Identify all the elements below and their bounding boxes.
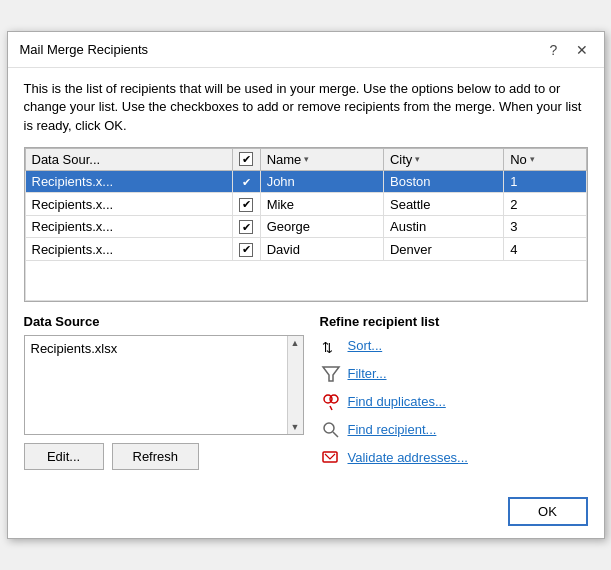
cell-check[interactable]: ✔ (232, 238, 260, 261)
refresh-button[interactable]: Refresh (112, 443, 200, 470)
bottom-section: Data Source Recipients.xlsx ▲ ▼ Edit... … (24, 314, 588, 475)
sort-link[interactable]: Sort... (348, 338, 383, 353)
cell-datasource: Recipients.x... (25, 170, 232, 193)
refine-title: Refine recipient list (320, 314, 588, 329)
svg-rect-7 (323, 452, 337, 462)
edit-button[interactable]: Edit... (24, 443, 104, 470)
cell-datasource: Recipients.x... (25, 215, 232, 238)
svg-line-4 (330, 406, 332, 410)
ok-row: OK (24, 489, 588, 526)
svg-point-3 (330, 395, 338, 403)
no-sort-arrow: ▾ (530, 154, 535, 164)
svg-text:⇅: ⇅ (322, 340, 333, 355)
datasource-item: Recipients.xlsx (29, 340, 299, 357)
title-bar: Mail Merge Recipients ? ✕ (8, 32, 604, 68)
cell-no: 1 (504, 170, 586, 193)
cell-city: Denver (383, 238, 503, 261)
table-body: Recipients.x... ✔ John Boston 1 Recipien… (25, 170, 586, 300)
help-button[interactable]: ? (544, 40, 564, 60)
city-sort-arrow: ▾ (415, 154, 420, 164)
find-duplicates-icon (320, 391, 342, 413)
filter-icon (320, 363, 342, 385)
scroll-up-icon[interactable]: ▲ (291, 338, 300, 348)
svg-marker-1 (323, 367, 339, 381)
datasource-list: Recipients.xlsx ▲ ▼ (24, 335, 304, 435)
table-row[interactable]: Recipients.x... ✔ John Boston 1 (25, 170, 586, 193)
svg-point-5 (324, 423, 334, 433)
find-recipient-link[interactable]: Find recipient... (348, 422, 437, 437)
cell-check[interactable]: ✔ (232, 215, 260, 238)
cell-check[interactable]: ✔ (232, 193, 260, 216)
validate-addresses-item[interactable]: Validate addresses... (320, 447, 588, 469)
data-source-panel: Data Source Recipients.xlsx ▲ ▼ Edit... … (24, 314, 304, 475)
find-duplicates-item[interactable]: Find duplicates... (320, 391, 588, 413)
recipients-table: Data Sour... ✔ Name ▾ (25, 148, 587, 301)
cell-datasource: Recipients.x... (25, 238, 232, 261)
cell-name: George (260, 215, 383, 238)
data-source-title: Data Source (24, 314, 304, 329)
mail-merge-dialog: Mail Merge Recipients ? ✕ This is the li… (7, 31, 605, 539)
sort-icon: ⇅ (320, 335, 342, 357)
table-row[interactable]: Recipients.x... ✔ Mike Seattle 2 (25, 193, 586, 216)
cell-no: 4 (504, 238, 586, 261)
table-row[interactable]: Recipients.x... ✔ David Denver 4 (25, 238, 586, 261)
table-row[interactable]: Recipients.x... ✔ George Austin 3 (25, 215, 586, 238)
sort-item[interactable]: ⇅ Sort... (320, 335, 588, 357)
dialog-body: This is the list of recipients that will… (8, 68, 604, 538)
find-duplicates-link[interactable]: Find duplicates... (348, 394, 446, 409)
find-recipient-item[interactable]: Find recipient... (320, 419, 588, 441)
close-button[interactable]: ✕ (572, 40, 592, 60)
cell-name: Mike (260, 193, 383, 216)
row-checkbox[interactable]: ✔ (239, 243, 253, 257)
row-checkbox[interactable]: ✔ (239, 220, 253, 234)
row-checkbox[interactable]: ✔ (239, 198, 253, 212)
cell-city: Boston (383, 170, 503, 193)
validate-icon (320, 447, 342, 469)
cell-check[interactable]: ✔ (232, 170, 260, 193)
filter-link[interactable]: Filter... (348, 366, 387, 381)
col-header-no[interactable]: No ▾ (504, 148, 586, 170)
col-header-name[interactable]: Name ▾ (260, 148, 383, 170)
cell-city: Seattle (383, 193, 503, 216)
name-sort-arrow: ▾ (304, 154, 309, 164)
table-header: Data Sour... ✔ Name ▾ (25, 148, 586, 170)
recipients-table-wrapper: Data Sour... ✔ Name ▾ (24, 147, 588, 302)
col-header-datasource[interactable]: Data Sour... (25, 148, 232, 170)
cell-city: Austin (383, 215, 503, 238)
scroll-indicator: ▲ ▼ (287, 336, 303, 434)
ok-button[interactable]: OK (508, 497, 588, 526)
dialog-title: Mail Merge Recipients (20, 42, 149, 57)
header-checkbox[interactable]: ✔ (239, 152, 253, 166)
title-bar-buttons: ? ✕ (544, 40, 592, 60)
row-checkbox[interactable]: ✔ (239, 175, 253, 189)
cell-name: David (260, 238, 383, 261)
svg-line-6 (333, 432, 338, 437)
cell-no: 2 (504, 193, 586, 216)
empty-row (25, 260, 586, 300)
refine-panel: Refine recipient list ⇅ Sort... Filter..… (320, 314, 588, 475)
col-header-city[interactable]: City ▾ (383, 148, 503, 170)
scroll-down-icon[interactable]: ▼ (291, 422, 300, 432)
cell-name: John (260, 170, 383, 193)
find-recipient-icon (320, 419, 342, 441)
col-header-check[interactable]: ✔ (232, 148, 260, 170)
validate-addresses-link[interactable]: Validate addresses... (348, 450, 468, 465)
description-text: This is the list of recipients that will… (24, 80, 588, 135)
filter-item[interactable]: Filter... (320, 363, 588, 385)
datasource-buttons: Edit... Refresh (24, 443, 304, 470)
cell-no: 3 (504, 215, 586, 238)
cell-datasource: Recipients.x... (25, 193, 232, 216)
